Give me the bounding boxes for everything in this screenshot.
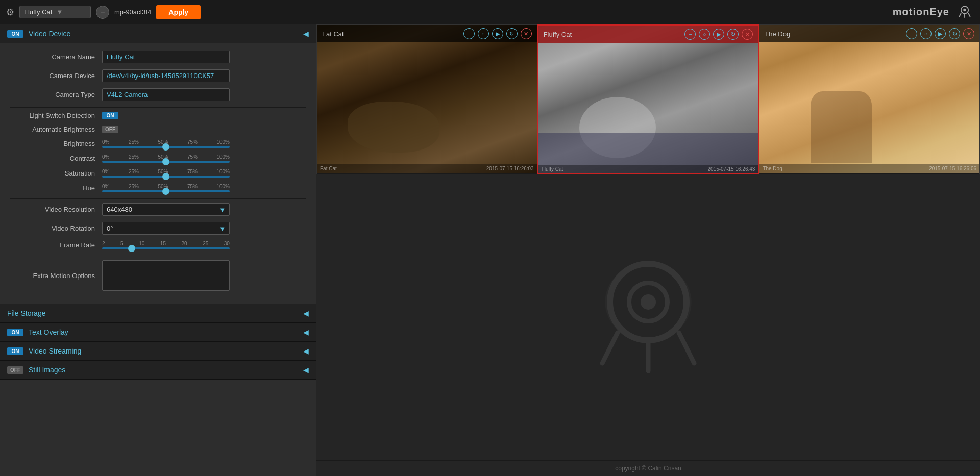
hue-label: Hue xyxy=(10,184,102,192)
frame-rate-slider-container: 251015202530 xyxy=(102,241,230,249)
dog-circle-btn[interactable]: ○ xyxy=(920,28,932,39)
svg-line-8 xyxy=(602,333,618,363)
light-switch-toggle[interactable]: ON xyxy=(102,112,118,119)
top-bar: ⚙ Fluffy Cat ▼ − mp-90acf3f4 Apply motio… xyxy=(0,0,980,24)
the-dog-controls: − ○ ▶ ↻ ✕ xyxy=(906,28,974,39)
svg-line-10 xyxy=(679,333,694,363)
contrast-label: Contrast xyxy=(10,155,102,162)
fluffy-cat-timestamp: 2015-07-15 16:26:43 xyxy=(707,166,755,172)
dog-label: The Dog xyxy=(763,166,782,171)
settings-icon[interactable]: ⚙ xyxy=(6,7,14,18)
main-layout: ON Video Device ◀ Camera Name Camera Dev… xyxy=(0,24,980,476)
svg-point-1 xyxy=(963,8,966,11)
saturation-slider[interactable] xyxy=(102,176,230,178)
svg-point-7 xyxy=(641,294,656,310)
video-device-arrow: ◀ xyxy=(303,30,309,38)
frame-rate-row: Frame Rate 251015202530 xyxy=(10,241,306,249)
brightness-slider-container: 0%25%50%75%100% xyxy=(102,139,230,148)
fluffy-cat-name: Fluffy Cat xyxy=(544,31,572,38)
frame-rate-label: Frame Rate xyxy=(10,241,102,249)
video-streaming-arrow: ◀ xyxy=(303,347,309,355)
camera-type-row: Camera Type xyxy=(10,88,306,101)
fluffy-cat-circle-btn[interactable]: ○ xyxy=(699,29,710,40)
fat-cat-close-btn[interactable]: ✕ xyxy=(521,28,532,39)
fluffy-cat-feed: Fluffy Cat 2015-07-15 16:26:43 xyxy=(538,26,758,173)
camera-device-input[interactable] xyxy=(102,69,230,82)
still-images-toggle[interactable]: OFF xyxy=(7,366,23,374)
contrast-slider-container: 0%25%50%75%100% xyxy=(102,154,230,163)
camera-selector[interactable]: Fluffy Cat ▼ xyxy=(19,6,91,18)
video-device-section: Camera Name Camera Device Camera Type Li… xyxy=(0,43,316,304)
the-dog-name: The Dog xyxy=(765,30,790,38)
dog-minus-btn[interactable]: − xyxy=(906,28,917,39)
contrast-slider[interactable] xyxy=(102,161,230,163)
auto-brightness-row: Automatic Brightness OFF xyxy=(10,126,306,133)
text-overlay-section-header[interactable]: ON Text Overlay ◀ xyxy=(0,323,316,342)
left-panel: ON Video Device ◀ Camera Name Camera Dev… xyxy=(0,24,316,476)
right-panel: Fat Cat − ○ ▶ ↻ ✕ xyxy=(316,24,980,476)
dog-refresh-btn[interactable]: ↻ xyxy=(949,28,960,39)
fat-cat-circle-btn[interactable]: ○ xyxy=(478,28,489,39)
dog-close-btn[interactable]: ✕ xyxy=(963,28,974,39)
video-resolution-select[interactable]: 320x240 640x480 800x600 1280x720 1920x10… xyxy=(102,203,230,216)
extra-motion-textarea[interactable] xyxy=(102,260,230,291)
fluffy-cat-header: Fluffy Cat − ○ ▶ ↻ ✕ xyxy=(538,26,758,43)
dog-timestamp: 2015-07-15 16:26:06 xyxy=(929,166,976,171)
app-logo-icon xyxy=(955,3,974,21)
fluffy-cat-close-btn[interactable]: ✕ xyxy=(742,29,753,40)
video-resolution-row: Video Resolution 320x240 640x480 800x600… xyxy=(10,203,306,216)
fluffy-cat-controls: − ○ ▶ ↻ ✕ xyxy=(684,29,753,40)
dog-play-btn[interactable]: ▶ xyxy=(935,28,946,39)
camera-name-row: Camera Name xyxy=(10,51,306,63)
extra-motion-label: Extra Motion Options xyxy=(10,272,102,280)
hue-slider[interactable] xyxy=(102,190,230,192)
fluffy-cat-refresh-btn[interactable]: ↻ xyxy=(727,29,739,40)
selected-camera-name: Fluffy Cat xyxy=(24,8,52,16)
brightness-slider[interactable] xyxy=(102,146,230,148)
video-resolution-label: Video Resolution xyxy=(10,206,102,213)
auto-brightness-toggle[interactable]: OFF xyxy=(102,126,118,133)
file-storage-arrow: ◀ xyxy=(303,309,309,317)
device-id: mp-90acf3f4 xyxy=(114,8,151,16)
still-images-section-header[interactable]: OFF Still Images ◀ xyxy=(0,361,316,380)
saturation-label: Saturation xyxy=(10,169,102,177)
svg-line-2 xyxy=(959,13,961,16)
video-streaming-title: Video Streaming xyxy=(29,347,81,355)
video-streaming-section-header[interactable]: ON Video Streaming ◀ xyxy=(0,342,316,361)
extra-motion-row: Extra Motion Options xyxy=(10,260,306,291)
light-switch-row: Light Switch Detection ON xyxy=(10,112,306,119)
fat-cat-name: Fat Cat xyxy=(322,30,344,38)
apply-button[interactable]: Apply xyxy=(156,5,201,19)
contrast-row: Contrast 0%25%50%75%100% xyxy=(10,154,306,163)
video-device-toggle[interactable]: ON xyxy=(7,30,23,38)
video-device-section-header[interactable]: ON Video Device ◀ xyxy=(0,24,316,43)
fat-cat-label: Fat Cat xyxy=(320,166,337,171)
file-storage-section-header[interactable]: File Storage ◀ xyxy=(0,304,316,323)
fat-cat-refresh-btn[interactable]: ↻ xyxy=(506,28,518,39)
camera-type-input[interactable] xyxy=(102,88,230,101)
fat-cat-header: Fat Cat − ○ ▶ ↻ ✕ xyxy=(317,25,537,42)
big-logo-icon xyxy=(572,241,725,394)
saturation-row: Saturation 0%25%50%75%100% xyxy=(10,169,306,178)
hue-row: Hue 0%25%50%75%100% xyxy=(10,184,306,192)
remove-camera-button[interactable]: − xyxy=(96,6,109,19)
fat-cat-timestamp: 2015-07-15 16:26:03 xyxy=(486,166,534,171)
video-streaming-toggle[interactable]: ON xyxy=(7,347,23,355)
fluffy-cat-minus-btn[interactable]: − xyxy=(684,29,696,40)
the-dog-header: The Dog − ○ ▶ ↻ ✕ xyxy=(760,25,979,42)
fluffy-cat-play-btn[interactable]: ▶ xyxy=(713,29,724,40)
video-resolution-select-container: 320x240 640x480 800x600 1280x720 1920x10… xyxy=(102,203,230,216)
camera-name-label: Camera Name xyxy=(10,53,102,61)
fat-cat-play-btn[interactable]: ▶ xyxy=(492,28,503,39)
fat-cat-minus-btn[interactable]: − xyxy=(463,28,475,39)
camera-select-arrow: ▼ xyxy=(56,8,63,16)
still-images-title: Still Images xyxy=(29,366,65,374)
svg-line-4 xyxy=(968,13,970,16)
text-overlay-toggle[interactable]: ON xyxy=(7,329,23,336)
video-rotation-select[interactable]: 0° 90° 180° 270° xyxy=(102,222,230,235)
frame-rate-slider[interactable] xyxy=(102,247,230,249)
hue-slider-container: 0%25%50%75%100% xyxy=(102,184,230,192)
video-rotation-label: Video Rotation xyxy=(10,224,102,232)
camera-name-input[interactable] xyxy=(102,51,230,63)
camera-grid: Fat Cat − ○ ▶ ↻ ✕ xyxy=(316,24,980,174)
